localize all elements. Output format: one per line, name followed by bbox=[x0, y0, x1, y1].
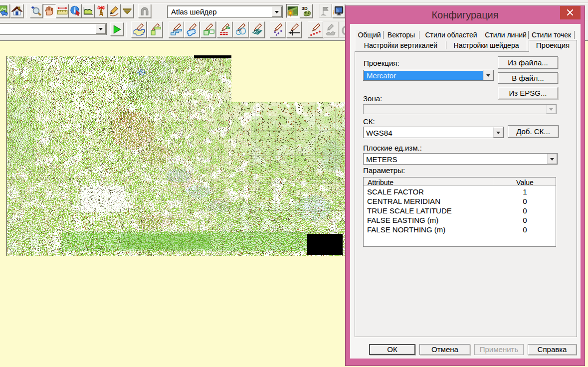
svg-text:i: i bbox=[333, 10, 335, 15]
svg-text:3b: 3b bbox=[225, 25, 230, 29]
svg-text:3D: 3D bbox=[302, 6, 308, 11]
